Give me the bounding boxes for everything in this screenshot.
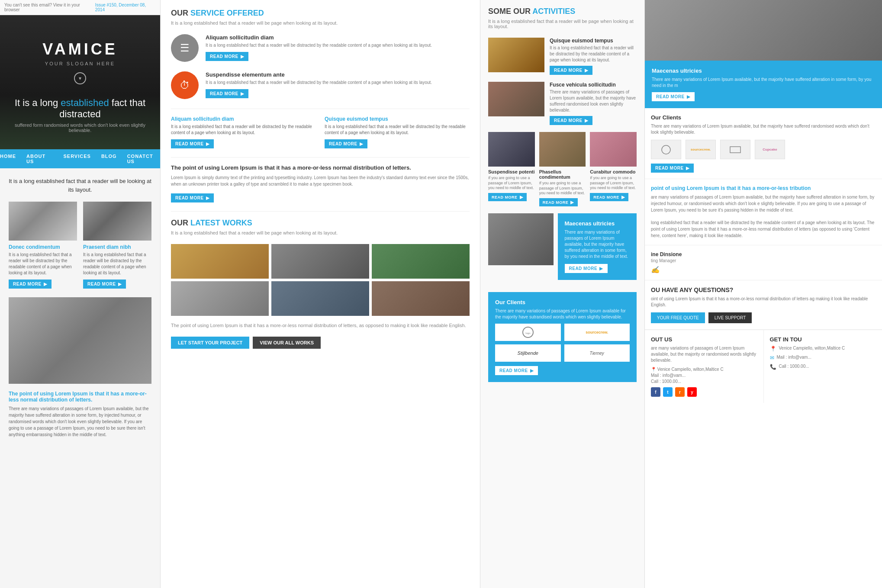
services-sub: It is a long established fact that a rea… [171,20,470,26]
git-call-icon: 📞 [770,364,776,370]
qs-title: OU HAVE ANY QUESTIONS? [651,286,876,293]
qs-btns: YOUR FREE QUOTE LIVE SUPPORT [651,312,876,323]
act-card-img-3 [590,132,637,167]
about-title: OUT US [651,336,757,343]
two-col-text: Aliquam sollicitudin diam It is a long e… [171,116,470,148]
act-card-title-1: Suspendisse potenti [488,169,535,174]
act-card-btn-2[interactable]: READ MORE▶ [539,198,578,206]
col4-clients-section: Our Clients There are many variations of… [645,108,882,179]
col3-clients-text: There are many variations of passages of… [495,308,630,320]
works-outro: The point of using Lorem Ipsum is that i… [171,323,470,328]
nav-about[interactable]: ABOUT US [26,154,53,164]
act-card-text-2: If you are going to use a passage of Lor… [539,181,586,196]
blue-card-title: Maecenas ultricies [565,220,630,227]
act-card-3: Curabitur commodo If you are going to us… [590,132,637,206]
act-card-img-2 [539,132,586,167]
nav-contact[interactable]: CONATCT US [127,154,160,164]
blue-card: Maecenas ultricies There are many variat… [558,213,637,280]
svc-text-1: It is a long established fact that a rea… [206,42,432,48]
blue-card-text: There are many variations of passages of… [565,229,630,260]
lp-title: point of using Lorem Ipsum is that it ha… [651,185,876,191]
col3-clients-title: Our Clients [495,299,630,305]
works-img-6 [372,281,470,316]
act-text-1: It is a long established fact that a rea… [550,45,637,63]
tc-btn-1[interactable]: READ MORE▶ [171,139,214,148]
hero-slogan: YOUR SLOGAN HERE [45,61,115,66]
client-logo-2: sourcecrew. [564,324,630,341]
svg-rect-3 [730,147,740,153]
blue-card-btn[interactable]: READ MORE▶ [565,264,608,273]
big-section: The point of using Lorem Ipsum is that i… [171,164,470,202]
clients-read-more[interactable]: READ MORE▶ [495,366,538,375]
col4-blue-card: Maecenas ultricies There are many variat… [645,61,882,108]
tc-text-2: It is a long established fact that a rea… [325,124,470,136]
doc-icon: ☰ [180,42,190,54]
topbar-left: You can't see this email? View it in you… [4,3,95,12]
activities-sub: It is a long established fact that a rea… [488,19,637,29]
twitter-icon[interactable]: t [663,387,673,397]
act-card-btn-1[interactable]: READ MORE▶ [488,193,527,201]
act-card-btn-3[interactable]: READ MORE▶ [590,193,628,201]
act-btn-1[interactable]: READ MORE▶ [550,66,592,75]
activity-content-2: Fusce vehicula sollicitudin There are ma… [550,82,637,125]
act-text-2: There are many variations of passages of… [550,89,637,113]
git-mail-icon: ✉ [770,355,774,361]
qs-text: oint of using Lorem Ipsum is that it has… [651,296,876,308]
nav-blog[interactable]: BLOG [101,154,117,164]
git-addr-text: Venice Campiello, wilton,Maltice C [779,345,845,351]
svg-text:logo: logo [525,332,531,334]
activity-img-1 [488,38,544,72]
btn-free-quote[interactable]: YOUR FREE QUOTE [651,312,705,323]
cta-btn-project[interactable]: LET START YOUR PROJECT [171,337,249,349]
nav-home[interactable]: HOME [0,154,16,164]
git-location-icon: 📍 [770,346,776,352]
column-4: Maecenas ultricies There are many variat… [645,0,882,588]
svc-btn-1[interactable]: READ MORE▶ [206,52,248,61]
act-btn-2[interactable]: READ MORE▶ [550,116,592,125]
tc-btn-2[interactable]: READ MORE▶ [325,139,367,148]
works-img-3 [372,244,470,279]
card1-read-more[interactable]: READ MORE▶ [9,280,52,289]
col4-clients-read-more[interactable]: READ MORE▶ [651,164,694,173]
column-3: SOME OUR ACTIVITIES It is a long establi… [480,0,645,588]
lorem-text: There are many variations of passages of… [9,405,151,438]
col4-blue-btn[interactable]: READ MORE▶ [652,92,695,101]
git-call-item: 📞 Call : 1000.00... [770,363,876,370]
about-mail: Mail : info@vam... [651,373,757,378]
service-item-2: ⏱ Suspendisse elementum ante It is a lon… [171,71,470,99]
activities-heading: SOME OUR ACTIVITIES [488,7,637,16]
svc-title-1: Aliquam sollicitudin diam [206,34,432,41]
rss-icon[interactable]: r [675,387,685,397]
facebook-icon[interactable]: f [651,387,660,397]
act-card-title-3: Curabitur commodo [590,169,637,174]
issue-link[interactable]: Issue #150, December 08, 2014 [95,3,146,12]
col4-clients-text: There are many variations of Lorem Ipsum… [651,123,876,135]
activity-content-1: Quisque euismod tempus It is a long esta… [550,38,637,75]
social-icons: f t r y [651,387,757,397]
nav-services[interactable]: SERVICES [63,154,90,164]
testi-signature: ✍ [651,266,876,274]
card2-read-more[interactable]: READ MORE▶ [83,280,126,289]
col4-logo-2: sourcecrew. [686,140,716,159]
big-section-btn[interactable]: READ MORE▶ [171,193,214,202]
client-logo-3: Stijlbende [495,344,561,362]
hero-arrow[interactable]: ▾ [74,72,86,84]
col4-testimonial: ine Dinsione ting Manager ✍ [645,245,882,280]
get-in-touch-col: GET IN TOU 📍 Venice Campiello, wilton,Ma… [763,330,882,403]
col3-body: SOME OUR ACTIVITIES It is a long establi… [480,0,644,389]
col4-logo-3 [720,140,750,159]
col4-blue-title: Maecenas ultricies [652,67,875,74]
client-logo-1: logo [495,324,561,341]
git-mail-item: ✉ Mail : info@vam... [770,354,876,361]
act-full-img [488,213,554,265]
column-2: OUR SERVICE OFFERED It is a long establi… [160,0,480,588]
cta-btn-works[interactable]: VIEW OUR ALL WORKS [253,337,321,349]
lorem-title: The point of using Lorem Ipsum is that i… [9,391,151,403]
btn-live-support[interactable]: LIVE SUPPORT [708,312,752,323]
activity-img-2 [488,82,544,116]
col4-logo-1 [651,140,681,159]
activity-2: Fusce vehicula sollicitudin There are ma… [488,82,637,125]
svc-btn-2[interactable]: READ MORE▶ [206,89,248,98]
service-icon-1: ☰ [171,34,199,62]
youtube-icon[interactable]: y [687,387,697,397]
